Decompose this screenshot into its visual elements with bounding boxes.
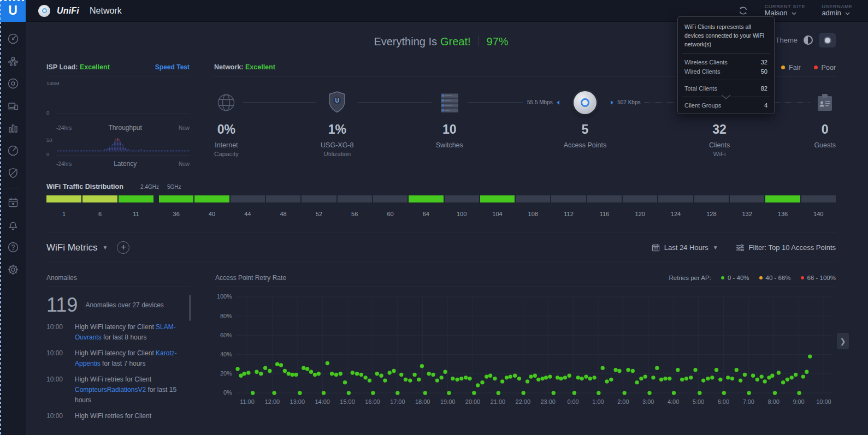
status-score: 97%: [487, 35, 509, 48]
channel-segment-60[interactable]: [373, 195, 408, 202]
sidebar-item-clients[interactable]: [2, 95, 24, 117]
anomalies-scrollbar[interactable]: [189, 295, 191, 321]
clients-sublabel: WiFi: [713, 151, 726, 157]
svg-text:3:00: 3:00: [642, 398, 654, 405]
node-guests[interactable]: 0 Guests: [814, 90, 836, 157]
section-divider: [46, 233, 836, 233]
svg-text:19:00: 19:00: [440, 398, 455, 405]
channel-segment-44[interactable]: [231, 195, 265, 202]
channel-segment-108[interactable]: [516, 195, 550, 202]
svg-text:4:00: 4:00: [668, 398, 679, 405]
calendar-icon: [652, 243, 660, 252]
channel-segment-132[interactable]: [730, 195, 764, 202]
channel-segment-120[interactable]: [623, 195, 657, 202]
sidebar-item-help[interactable]: [2, 236, 24, 258]
svg-text:20%: 20%: [220, 370, 232, 377]
retries-legend-prefix: Retries per AP:: [669, 275, 711, 281]
retries-legend-item: 66 - 100%: [801, 275, 836, 281]
channel-segment-52[interactable]: [302, 195, 336, 202]
internet-value: 0%: [217, 122, 235, 137]
anomalies-count: 119: [46, 294, 78, 317]
isp-load-title: ISP Load: Excellent: [46, 63, 110, 71]
ap-value: 5: [582, 122, 589, 137]
traffic-title: WiFi Traffic Distribution: [46, 183, 140, 190]
latency-mini-chart: 50 0: [46, 137, 190, 158]
channel-label: 40: [194, 211, 229, 217]
channel-segment-48[interactable]: [266, 195, 300, 202]
node-switches[interactable]: 10 Switches: [436, 90, 463, 157]
sidebar-item-events[interactable]: [2, 192, 24, 213]
calendar-star-icon: [7, 196, 20, 209]
node-internet[interactable]: 0% Internet Capacity: [214, 90, 239, 157]
channel-label: 120: [623, 211, 657, 217]
user-menu[interactable]: USERNAME admin: [822, 4, 853, 17]
channel-segment-6[interactable]: [82, 195, 117, 202]
channel-segment-128[interactable]: [694, 195, 729, 202]
anomaly-time: 10:00: [46, 322, 75, 342]
node-gateway[interactable]: U 1% USG-XG-8 Utilization: [321, 90, 353, 157]
refresh-icon[interactable]: [738, 5, 748, 16]
ubiquiti-logo[interactable]: U: [0, 0, 26, 22]
dashboard-gauge-icon: [7, 32, 20, 45]
channel-segment-40[interactable]: [194, 195, 229, 202]
tooltip-row-wireless: Wireless Clients32: [684, 59, 767, 65]
link-switches-ap: 55.5 Mbps: [463, 90, 564, 115]
channel-segment-100[interactable]: [445, 195, 479, 202]
chart-next-button[interactable]: ❯: [837, 333, 849, 349]
svg-text:18:00: 18:00: [415, 398, 430, 405]
channel-segment-11[interactable]: [119, 195, 153, 202]
speed-test-link[interactable]: Speed Test: [155, 63, 190, 71]
channel-segment-104[interactable]: [480, 195, 515, 202]
client-link[interactable]: CompteursRadiationsV2: [75, 386, 146, 394]
sidebar-item-threat-management[interactable]: [2, 162, 24, 184]
sidebar-item-statistics[interactable]: [2, 117, 24, 139]
sidebar-item-settings[interactable]: [2, 259, 24, 281]
svg-text:17:00: 17:00: [390, 398, 405, 405]
svg-text:80%: 80%: [220, 313, 232, 319]
sidebar-item-topology[interactable]: [2, 50, 24, 72]
anomaly-text: High WiFi latency for Client Karotz-Appe…: [75, 348, 182, 368]
tooltip-caret-icon: [721, 92, 731, 102]
channel-segment-124[interactable]: [658, 195, 693, 202]
channel-segment-140[interactable]: [801, 195, 836, 202]
wifi-metrics-dropdown[interactable]: WiFi Metrics▼: [46, 242, 108, 253]
channel-segment-1[interactable]: [46, 195, 81, 202]
guests-label: Guests: [814, 141, 836, 149]
ap-label: Access Points: [564, 141, 607, 149]
svg-text:20:00: 20:00: [465, 398, 480, 405]
dark-theme-button[interactable]: [819, 33, 836, 47]
sidebar-item-dashboard[interactable]: [2, 28, 24, 50]
svg-text:16:00: 16:00: [365, 398, 380, 405]
filter-control[interactable]: Filter: Top 10 Access Points: [736, 243, 836, 252]
anomaly-text: High WiFi retries for Client CompteursRa…: [75, 374, 182, 405]
time-range-selector[interactable]: Last 24 Hours ▼: [652, 243, 718, 252]
statistics-bars-icon: [7, 122, 20, 135]
svg-text:23:00: 23:00: [540, 398, 555, 405]
node-access-points[interactable]: 5 Access Points: [564, 90, 607, 157]
channel-segment-56[interactable]: [338, 195, 372, 202]
sidebar-item-devices[interactable]: [2, 73, 24, 94]
channel-label: 116: [587, 211, 622, 217]
isp-load-panel: ISP Load: Excellent Speed Test 146M 0 -2…: [46, 63, 190, 168]
channel-segment-64[interactable]: [409, 195, 443, 202]
channel-segment-112[interactable]: [551, 195, 586, 202]
anomalies-list: 10:00High WiFi latency for Client SLAM-O…: [46, 322, 191, 420]
site-selector[interactable]: CURRENT SITE Maison: [765, 4, 806, 17]
retries-legend: Retries per AP: 0 - 40%40 - 66%66 - 100%: [669, 275, 836, 281]
channel-segment-36[interactable]: [159, 195, 193, 202]
add-metric-button[interactable]: +: [117, 241, 129, 254]
channel-segment-116[interactable]: [587, 195, 622, 202]
access-point-icon: [38, 5, 50, 17]
quality-legend-item: Fair: [781, 64, 801, 71]
anomaly-time: 10:00: [46, 374, 75, 405]
legend-dot-icon: [759, 276, 763, 279]
client-link[interactable]: Karotz-Appentis: [75, 349, 177, 367]
client-link[interactable]: SLAM-Ouvrants: [75, 323, 176, 341]
channel-label: 108: [516, 211, 550, 217]
channel-label: 140: [801, 211, 836, 217]
sidebar-item-insights[interactable]: [2, 140, 24, 162]
channel-segment-136[interactable]: [765, 195, 800, 202]
svg-text:100%: 100%: [217, 293, 232, 300]
sidebar-item-alerts[interactable]: [2, 214, 24, 236]
light-theme-icon[interactable]: [804, 35, 813, 45]
